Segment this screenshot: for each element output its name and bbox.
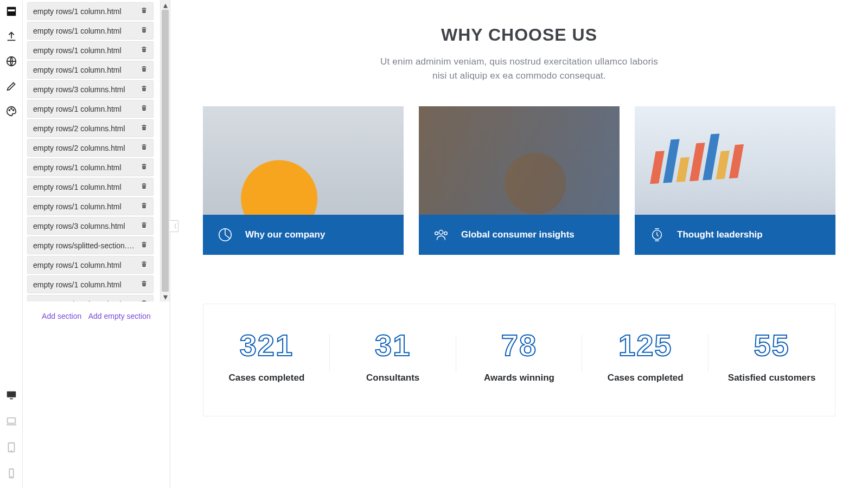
trash-icon[interactable] [141, 182, 148, 191]
stat: 78Awards winning [456, 330, 583, 383]
section-item[interactable]: empty rows/1 column.html [27, 256, 154, 274]
section-item-label: empty rows/1 column.html [33, 261, 122, 269]
section-item-label: empty rows/3 columns.html [33, 85, 125, 94]
trash-icon[interactable] [141, 65, 148, 74]
svg-rect-22 [716, 150, 730, 179]
trash-icon[interactable] [141, 280, 148, 289]
desktop-icon[interactable] [4, 388, 18, 402]
section-item-label: empty rows/1 column.html [33, 27, 122, 35]
pencil-icon[interactable] [4, 79, 18, 93]
section-item-label: empty rows/splitted-section.html [33, 241, 137, 250]
stat: 125Cases completed [582, 330, 709, 383]
icon-rail [0, 0, 23, 488]
stat-label: Cases completed [582, 373, 709, 383]
trash-icon[interactable] [141, 143, 148, 152]
globe-icon[interactable] [4, 54, 18, 68]
card-why-our-company[interactable]: Why our company [203, 106, 404, 255]
palette-icon[interactable] [4, 104, 18, 118]
section-item-label: empty rows/1 column.html [33, 46, 122, 55]
tablet-icon[interactable] [4, 440, 18, 454]
section-item[interactable]: empty rows/1 column.html [27, 100, 154, 118]
page-title: WHY CHOOSE US [203, 25, 835, 45]
cards-row: Why our company Global consumer insights [203, 106, 835, 255]
svg-rect-7 [10, 399, 13, 400]
section-item-label: empty rows/1 column.html [33, 105, 122, 113]
trash-icon[interactable] [141, 241, 148, 250]
section-item[interactable]: empty rows/3 columns.html [27, 217, 154, 235]
scrollbar-thumb[interactable] [162, 10, 169, 292]
svg-point-4 [11, 108, 12, 110]
section-item[interactable]: empty rows/1 column.html [27, 61, 154, 79]
phone-icon[interactable] [4, 466, 18, 480]
section-item-label: empty rows/1 column.html [33, 300, 122, 302]
section-item-label: empty rows/1 column.html [33, 202, 122, 211]
stat: 321Cases completed [203, 330, 330, 383]
add-links: Add section Add empty section [23, 301, 170, 321]
people-icon [432, 226, 450, 244]
sections-list[interactable]: empty rows/1 column.htmlempty rows/1 col… [23, 0, 160, 301]
trash-icon[interactable] [141, 7, 148, 16]
section-item[interactable]: empty rows/3 columns.html [27, 80, 154, 98]
section-item[interactable]: empty rows/1 column.html [27, 22, 154, 40]
scrollbar[interactable]: ▴ ▾ [160, 0, 170, 301]
stat: 55Satisfied customers [709, 330, 835, 383]
trash-icon[interactable] [141, 46, 148, 55]
laptop-icon[interactable] [4, 414, 18, 428]
section-item-label: empty rows/1 column.html [33, 163, 122, 172]
stat-label: Satisfied customers [709, 373, 835, 383]
trash-icon[interactable] [141, 221, 148, 230]
section-item[interactable]: empty rows/1 column.html [27, 2, 154, 20]
trash-icon[interactable] [141, 104, 148, 113]
trash-icon[interactable] [141, 163, 148, 172]
stat-label: Awards winning [456, 373, 583, 383]
card-title: Thought leadership [677, 229, 763, 240]
section-item-label: empty rows/1 column.html [33, 183, 122, 191]
svg-point-14 [439, 230, 443, 234]
stat-number: 321 [203, 330, 330, 361]
svg-rect-19 [676, 157, 690, 182]
preview-canvas[interactable]: WHY CHOOSE US Ut enim adminim veniam, qu… [170, 0, 868, 488]
section-item[interactable]: empty rows/1 column.html [27, 197, 154, 215]
page-subtitle-line2: nisi ut aliquip ex ea commodo consequat. [432, 70, 606, 81]
scroll-up-icon[interactable]: ▴ [161, 0, 170, 10]
sections-icon[interactable] [4, 4, 18, 18]
add-empty-section-link[interactable]: Add empty section [88, 312, 151, 320]
trash-icon[interactable] [141, 299, 148, 301]
trash-icon[interactable] [141, 85, 148, 94]
upload-icon[interactable] [4, 29, 18, 43]
trash-icon[interactable] [141, 260, 148, 269]
svg-point-16 [444, 232, 448, 235]
trash-icon[interactable] [141, 124, 148, 133]
stat-number: 31 [330, 330, 456, 361]
card-title: Why our company [245, 229, 325, 240]
trash-icon[interactable] [141, 26, 148, 35]
section-item[interactable]: empty rows/splitted-section.html [27, 236, 154, 254]
card-thought-leadership[interactable]: Thought leadership [635, 106, 835, 255]
card-title: Global consumer insights [461, 229, 575, 240]
stats-strip: 321Cases completed31Consultants78Awards … [203, 304, 835, 416]
section-item-label: empty rows/1 column.html [33, 7, 122, 16]
scroll-down-icon[interactable]: ▾ [161, 292, 170, 301]
section-item[interactable]: empty rows/2 columns.html [27, 139, 154, 157]
svg-rect-18 [663, 139, 679, 183]
section-item-label: empty rows/2 columns.html [33, 144, 125, 152]
svg-rect-6 [7, 391, 16, 397]
svg-rect-17 [650, 151, 665, 184]
svg-rect-20 [690, 143, 705, 181]
heading-block: WHY CHOOSE US Ut enim adminim veniam, qu… [203, 25, 835, 84]
section-item[interactable]: empty rows/1 column.html [27, 275, 154, 293]
card-global-insights[interactable]: Global consumer insights [419, 106, 620, 255]
watch-icon [648, 226, 666, 244]
section-item[interactable]: empty rows/1 column.html [27, 178, 154, 196]
add-section-link[interactable]: Add section [42, 312, 81, 320]
section-item[interactable]: empty rows/1 column.html [27, 295, 154, 301]
collapse-panel-button[interactable]: 〈 [170, 220, 178, 232]
section-item[interactable]: empty rows/1 column.html [27, 41, 154, 59]
stat-label: Consultants [330, 373, 456, 383]
trash-icon[interactable] [141, 202, 148, 211]
section-item[interactable]: empty rows/2 columns.html [27, 119, 154, 137]
svg-rect-23 [729, 144, 744, 178]
svg-rect-8 [7, 418, 15, 423]
section-item[interactable]: empty rows/1 column.html [27, 158, 154, 176]
section-item-label: empty rows/1 column.html [33, 66, 122, 74]
